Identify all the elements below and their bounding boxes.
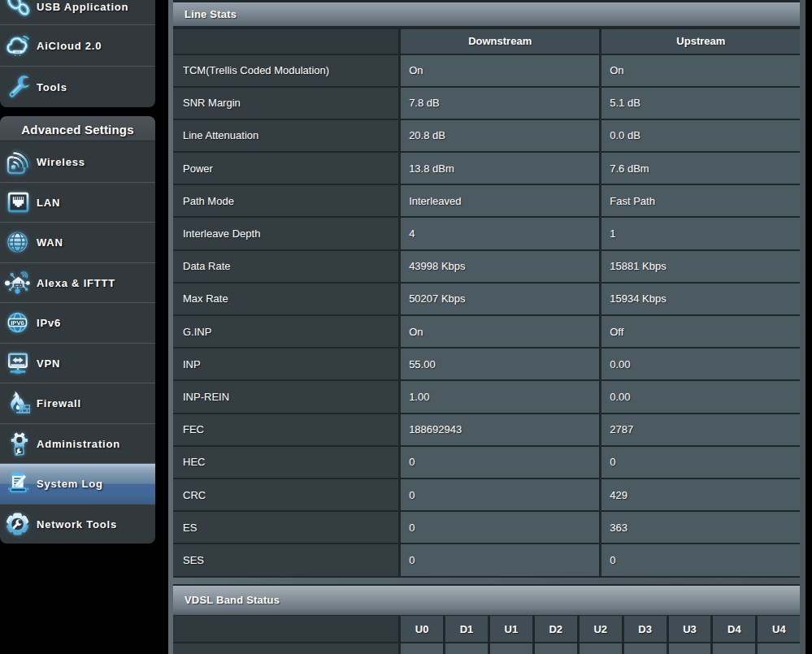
svg-text:IPV6: IPV6 xyxy=(11,319,24,327)
